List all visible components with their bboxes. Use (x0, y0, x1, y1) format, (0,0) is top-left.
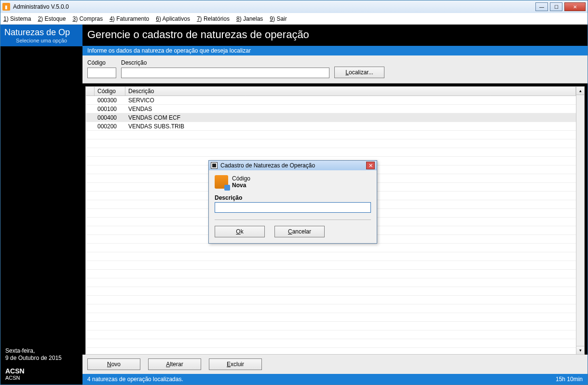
table-row[interactable] (86, 261, 576, 270)
dialog-descricao-input[interactable] (215, 202, 371, 213)
input-codigo[interactable] (87, 68, 116, 78)
sidebar-subtitle: Selecione uma opção (4, 38, 79, 43)
input-descricao[interactable] (121, 68, 329, 78)
sidebar-date-line1: Sexta-feira, (5, 347, 78, 355)
minimize-button[interactable]: — (535, 2, 548, 11)
dialog-codigo-value: Nova (232, 182, 250, 189)
table-row[interactable] (86, 296, 576, 304)
action-bar: Novo Alterar Excluir (82, 355, 588, 374)
alterar-button[interactable]: Alterar (148, 358, 201, 370)
dialog-cadastro: Cadastro de Naturezas de Operação ✕ Códi… (208, 160, 377, 244)
dialog-descricao-label: Descrição (215, 194, 371, 201)
table-row[interactable] (86, 330, 576, 339)
cell-codigo: 000300 (95, 97, 125, 104)
page-title: Gerencie o cadastro de naturezas de oper… (82, 25, 588, 46)
cell-descricao: VENDAS SUBS.TRIB (125, 123, 576, 130)
menu-aplicativos[interactable]: 6) Aplicativos (156, 15, 190, 22)
window-title: Administrativo V.5.0.0 (13, 3, 533, 10)
table-row[interactable] (86, 244, 576, 252)
table-row[interactable] (86, 287, 576, 296)
sidebar-date: Sexta-feira, 9 de Outubro de 2015 (0, 344, 82, 365)
dialog-close-button[interactable]: ✕ (366, 162, 375, 169)
cell-descricao: VENDAS (125, 106, 576, 112)
table-row[interactable]: 000400VENDAS COM ECF (86, 113, 576, 122)
maximize-button[interactable]: ☐ (550, 2, 562, 11)
dialog-title: Cadastro de Naturezas de Operação (220, 162, 366, 169)
field-codigo: Código (87, 59, 116, 78)
table-row[interactable] (86, 270, 576, 278)
table-row[interactable] (86, 304, 576, 313)
table-row[interactable] (86, 252, 576, 261)
table-row[interactable]: 000100VENDAS (86, 105, 576, 113)
menubar: 1) Sistema 2) Estoque 3) Compras 4) Fatu… (0, 13, 588, 25)
dialog-codigo-label: Código (232, 175, 250, 182)
sidebar-company: ACSN ACSN (0, 365, 82, 385)
menu-sistema[interactable]: 1) Sistema (3, 15, 31, 22)
col-codigo[interactable]: Código (95, 87, 125, 96)
table-row[interactable] (86, 131, 576, 139)
dialog-ok-button[interactable]: Ok (215, 226, 265, 237)
sidebar-title: Naturezas de Op (4, 28, 79, 38)
col-selector[interactable] (86, 87, 95, 96)
dialog-cancel-button[interactable]: Cancelar (274, 226, 325, 237)
col-descricao[interactable]: Descrição (125, 87, 576, 96)
menu-sair[interactable]: 9) Sair (270, 15, 287, 22)
grid-header: Código Descrição (86, 87, 576, 96)
sidebar-date-line2: 9 de Outubro de 2015 (5, 355, 78, 362)
scroll-down-icon[interactable]: ▾ (576, 346, 584, 354)
dialog-body: Código Nova Descrição Ok Cancelar (209, 170, 377, 243)
sidebar-company-2: ACSN (5, 375, 78, 381)
sidebar-header: Naturezas de Op Selecione uma opção (0, 25, 82, 46)
status-bar: 4 naturezas de operação localizadas. 15h… (82, 374, 588, 385)
table-row[interactable] (86, 313, 576, 322)
label-descricao: Descrição (121, 59, 329, 66)
cell-descricao: VENDAS COM ECF (125, 114, 576, 121)
sidebar: Naturezas de Op Selecione uma opção Sext… (0, 25, 82, 385)
status-message: 4 naturezas de operação localizadas. (87, 376, 556, 383)
table-row[interactable] (86, 339, 576, 348)
menu-estoque[interactable]: 2) Estoque (38, 15, 66, 22)
cell-codigo: 000400 (95, 114, 125, 121)
menu-relatorios[interactable]: 7) Relatórios (197, 15, 230, 22)
table-row[interactable] (86, 322, 576, 330)
table-row[interactable]: 000200VENDAS SUBS.TRIB (86, 122, 576, 131)
excluir-button[interactable]: Excluir (209, 358, 262, 370)
dialog-titlebar[interactable]: Cadastro de Naturezas de Operação ✕ (209, 161, 377, 170)
menu-janelas[interactable]: 8) Janelas (236, 15, 263, 22)
dialog-codigo-row: Código Nova (215, 175, 371, 189)
scroll-up-icon[interactable]: ▴ (576, 87, 584, 95)
table-row[interactable] (86, 139, 576, 148)
dialog-buttons: Ok Cancelar (215, 226, 371, 237)
titlebar: ▮ Administrativo V.5.0.0 — ☐ ✕ (0, 0, 588, 13)
menu-faturamento[interactable]: 4) Faturamento (109, 15, 149, 22)
table-row[interactable] (86, 148, 576, 157)
app-icon: ▮ (2, 3, 10, 11)
hint-bar: Informe os dados da natureza de operação… (82, 46, 588, 55)
sidebar-company-1: ACSN (5, 367, 78, 375)
localizar-button[interactable]: Localizar... (334, 67, 384, 78)
window-buttons: — ☐ ✕ (535, 2, 586, 11)
cell-codigo: 000100 (95, 106, 125, 112)
label-codigo: Código (87, 59, 116, 66)
cell-codigo: 000200 (95, 123, 125, 130)
cell-descricao: SERVICO (125, 97, 576, 104)
search-pane: Código Descrição Localizar... (82, 55, 588, 83)
close-button[interactable]: ✕ (564, 2, 586, 11)
box-icon (215, 175, 228, 189)
table-row[interactable] (86, 278, 576, 287)
sidebar-spacer (0, 46, 82, 344)
novo-button[interactable]: Novo (87, 358, 140, 370)
status-time: 15h 10min (556, 376, 583, 383)
menu-compras[interactable]: 3) Compras (72, 15, 103, 22)
dialog-separator (215, 220, 371, 220)
grid-scrollbar[interactable]: ▴ ▾ (576, 87, 584, 354)
field-descricao: Descrição (121, 59, 329, 78)
table-row[interactable]: 000300SERVICO (86, 96, 576, 105)
dialog-icon (211, 162, 218, 169)
